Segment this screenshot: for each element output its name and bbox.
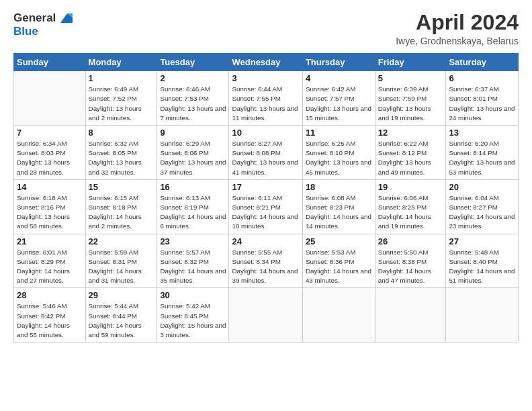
logo-text-blue: Blue [13, 26, 38, 38]
sunrise-text: Sunrise: 6:42 AM [306, 85, 372, 94]
calendar-cell [375, 288, 446, 342]
calendar-cell: 28Sunrise: 5:46 AMSunset: 8:42 PMDayligh… [14, 288, 86, 342]
sunset-text: Sunset: 7:57 PM [306, 94, 372, 103]
sunrise-text: Sunrise: 6:13 AM [160, 193, 226, 203]
calendar-cell [14, 71, 86, 126]
daylight-text: Daylight: 13 hours and 37 minutes. [160, 158, 226, 177]
daylight-text: Daylight: 14 hours and 51 minutes. [449, 267, 515, 285]
logo-text-general: General [13, 12, 56, 25]
day-number: 1 [89, 73, 154, 83]
column-header-friday: Friday [375, 54, 446, 71]
calendar-cell: 18Sunrise: 6:08 AMSunset: 8:23 PMDayligh… [302, 179, 375, 234]
calendar-title: April 2024 [396, 11, 519, 34]
day-number: 5 [378, 73, 443, 83]
day-number: 10 [232, 128, 299, 138]
calendar-cell [446, 288, 519, 342]
sunset-text: Sunset: 8:45 PM [160, 312, 226, 321]
sunrise-text: Sunrise: 6:08 AM [306, 193, 372, 203]
column-header-saturday: Saturday [446, 54, 519, 71]
sunset-text: Sunset: 8:05 PM [89, 148, 154, 158]
day-info: Sunrise: 6:22 AMSunset: 8:12 PMDaylight:… [378, 139, 443, 177]
calendar-cell: 23Sunrise: 5:57 AMSunset: 8:32 PMDayligh… [157, 234, 229, 288]
sunrise-text: Sunrise: 6:11 AM [232, 193, 299, 203]
daylight-text: Daylight: 14 hours and 19 minutes. [378, 212, 443, 231]
sunset-text: Sunset: 8:21 PM [232, 203, 299, 212]
day-number: 22 [89, 236, 154, 246]
sunrise-text: Sunrise: 6:49 AM [89, 85, 154, 94]
day-number: 24 [232, 236, 299, 246]
day-number: 28 [17, 290, 83, 300]
daylight-text: Daylight: 14 hours and 59 minutes. [89, 321, 154, 340]
day-info: Sunrise: 5:53 AMSunset: 8:36 PMDaylight:… [306, 248, 372, 286]
day-number: 23 [160, 236, 226, 246]
sunset-text: Sunset: 8:14 PM [449, 148, 515, 158]
sunrise-text: Sunrise: 5:46 AM [17, 302, 83, 311]
day-number: 12 [378, 128, 443, 138]
calendar-cell: 4Sunrise: 6:42 AMSunset: 7:57 PMDaylight… [302, 71, 375, 126]
sunrise-text: Sunrise: 6:34 AM [17, 139, 83, 148]
sunset-text: Sunset: 7:52 PM [89, 94, 154, 103]
sunset-text: Sunset: 8:19 PM [160, 203, 226, 212]
day-info: Sunrise: 6:27 AMSunset: 8:08 PMDaylight:… [232, 139, 299, 177]
sunrise-text: Sunrise: 6:01 AM [17, 248, 83, 257]
calendar-cell: 26Sunrise: 5:50 AMSunset: 8:38 PMDayligh… [375, 234, 446, 288]
daylight-text: Daylight: 14 hours and 6 minutes. [160, 212, 226, 231]
week-row-1: 1Sunrise: 6:49 AMSunset: 7:52 PMDaylight… [14, 71, 519, 126]
sunset-text: Sunset: 8:34 PM [232, 257, 299, 267]
day-number: 4 [306, 73, 372, 83]
sunrise-text: Sunrise: 6:15 AM [89, 193, 154, 203]
sunset-text: Sunset: 8:25 PM [378, 203, 443, 212]
sunrise-text: Sunrise: 5:57 AM [160, 248, 226, 257]
day-info: Sunrise: 6:04 AMSunset: 8:27 PMDaylight:… [449, 193, 515, 232]
calendar-cell: 12Sunrise: 6:22 AMSunset: 8:12 PMDayligh… [375, 126, 446, 180]
day-number: 20 [449, 182, 515, 192]
calendar-cell: 5Sunrise: 6:39 AMSunset: 7:59 PMDaylight… [375, 71, 446, 126]
day-info: Sunrise: 6:25 AMSunset: 8:10 PMDaylight:… [306, 139, 372, 177]
sunrise-text: Sunrise: 5:42 AM [160, 302, 226, 311]
sunrise-text: Sunrise: 6:22 AM [378, 139, 443, 148]
column-header-thursday: Thursday [302, 54, 375, 71]
column-header-wednesday: Wednesday [229, 54, 302, 71]
daylight-text: Daylight: 13 hours and 24 minutes. [449, 104, 515, 123]
day-number: 15 [89, 182, 154, 192]
day-info: Sunrise: 6:42 AMSunset: 7:57 PMDaylight:… [306, 85, 372, 123]
sunset-text: Sunset: 8:38 PM [378, 257, 443, 267]
day-info: Sunrise: 5:50 AMSunset: 8:38 PMDaylight:… [378, 248, 443, 286]
calendar-cell: 10Sunrise: 6:27 AMSunset: 8:08 PMDayligh… [229, 126, 302, 180]
day-number: 21 [17, 236, 83, 246]
day-number: 6 [449, 73, 515, 83]
day-info: Sunrise: 5:57 AMSunset: 8:32 PMDaylight:… [160, 248, 226, 286]
sunrise-text: Sunrise: 6:29 AM [160, 139, 226, 148]
sunset-text: Sunset: 8:23 PM [306, 203, 372, 212]
calendar-cell [302, 288, 375, 342]
day-info: Sunrise: 5:46 AMSunset: 8:42 PMDaylight:… [17, 302, 83, 340]
daylight-text: Daylight: 13 hours and 19 minutes. [378, 104, 443, 123]
calendar-cell: 14Sunrise: 6:18 AMSunset: 8:16 PMDayligh… [14, 179, 86, 234]
day-info: Sunrise: 6:06 AMSunset: 8:25 PMDaylight:… [378, 193, 443, 232]
daylight-text: Daylight: 14 hours and 47 minutes. [378, 267, 443, 285]
daylight-text: Daylight: 13 hours and 28 minutes. [17, 158, 83, 177]
calendar-cell: 8Sunrise: 6:32 AMSunset: 8:05 PMDaylight… [85, 126, 157, 180]
calendar-cell: 7Sunrise: 6:34 AMSunset: 8:03 PMDaylight… [14, 126, 86, 180]
day-info: Sunrise: 6:18 AMSunset: 8:16 PMDaylight:… [17, 193, 83, 232]
day-number: 25 [306, 236, 372, 246]
header-row: SundayMondayTuesdayWednesdayThursdayFrid… [14, 54, 519, 71]
title-area: April 2024 Iwye, Grodnenskaya, Belarus [396, 11, 519, 46]
logo: General Blue [13, 11, 73, 38]
day-number: 26 [378, 236, 443, 246]
calendar-cell: 17Sunrise: 6:11 AMSunset: 8:21 PMDayligh… [229, 179, 302, 234]
day-number: 17 [232, 182, 299, 192]
sunrise-text: Sunrise: 5:59 AM [89, 248, 154, 257]
calendar-cell: 25Sunrise: 5:53 AMSunset: 8:36 PMDayligh… [302, 234, 375, 288]
sunset-text: Sunset: 7:53 PM [160, 94, 226, 103]
calendar-cell: 1Sunrise: 6:49 AMSunset: 7:52 PMDaylight… [85, 71, 157, 126]
calendar-cell: 2Sunrise: 6:46 AMSunset: 7:53 PMDaylight… [157, 71, 229, 126]
sunset-text: Sunset: 8:18 PM [89, 203, 154, 212]
sunset-text: Sunset: 8:06 PM [160, 148, 226, 158]
daylight-text: Daylight: 14 hours and 39 minutes. [232, 267, 299, 285]
day-info: Sunrise: 6:46 AMSunset: 7:53 PMDaylight:… [160, 85, 226, 123]
day-number: 2 [160, 73, 226, 83]
day-number: 29 [89, 290, 154, 300]
calendar-cell: 13Sunrise: 6:20 AMSunset: 8:14 PMDayligh… [446, 126, 519, 180]
sunrise-text: Sunrise: 6:37 AM [449, 85, 515, 94]
